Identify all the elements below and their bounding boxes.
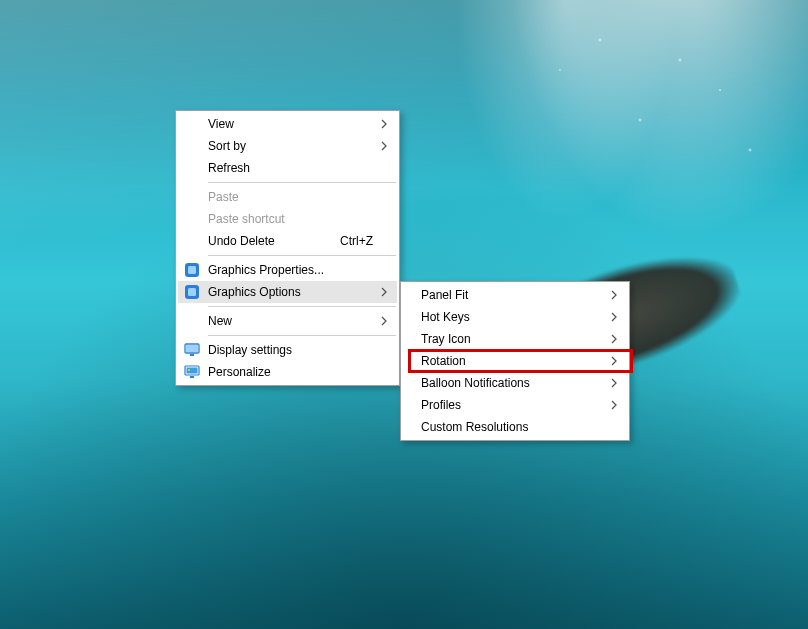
- submenu-item-tray-icon[interactable]: Tray Icon: [403, 328, 627, 350]
- menu-item-refresh[interactable]: Refresh: [178, 157, 397, 179]
- svg-point-10: [188, 369, 190, 371]
- menu-icon-placeholder: [184, 313, 204, 329]
- chevron-right-icon: [607, 400, 621, 410]
- menu-shortcut: Ctrl+Z: [330, 234, 377, 248]
- menu-icon-placeholder: [184, 189, 204, 205]
- submenu-item-custom-resolutions[interactable]: Custom Resolutions: [403, 416, 627, 438]
- svg-rect-5: [186, 345, 198, 352]
- menu-item-view[interactable]: View: [178, 113, 397, 135]
- menu-label: Rotation: [417, 354, 607, 368]
- intel-icon: [184, 262, 204, 278]
- menu-item-paste-shortcut: Paste shortcut: [178, 208, 397, 230]
- submenu-item-profiles[interactable]: Profiles: [403, 394, 627, 416]
- menu-label: Profiles: [417, 398, 607, 412]
- menu-label: Custom Resolutions: [417, 420, 607, 434]
- svg-rect-6: [190, 354, 194, 356]
- chevron-right-icon: [377, 119, 391, 129]
- menu-label: Hot Keys: [417, 310, 607, 324]
- menu-label: Panel Fit: [417, 288, 607, 302]
- menu-icon-placeholder: [184, 160, 204, 176]
- desktop-context-menu: View Sort by Refresh Paste Paste shortcu…: [175, 110, 400, 386]
- submenu-item-balloon-notifications[interactable]: Balloon Notifications: [403, 372, 627, 394]
- menu-label: Graphics Properties...: [204, 263, 377, 277]
- menu-icon-placeholder: [184, 138, 204, 154]
- menu-icon-placeholder: [409, 353, 417, 369]
- menu-icon-placeholder: [409, 287, 417, 303]
- chevron-right-icon: [607, 290, 621, 300]
- menu-item-undo-delete[interactable]: Undo Delete Ctrl+Z: [178, 230, 397, 252]
- intel-icon: [184, 284, 204, 300]
- chevron-right-icon: [377, 287, 391, 297]
- menu-label: Balloon Notifications: [417, 376, 607, 390]
- chevron-right-icon: [607, 312, 621, 322]
- chevron-right-icon: [607, 356, 621, 366]
- menu-icon-placeholder: [184, 116, 204, 132]
- submenu-item-panel-fit[interactable]: Panel Fit: [403, 284, 627, 306]
- menu-label: Undo Delete: [204, 234, 330, 248]
- menu-icon-placeholder: [409, 331, 417, 347]
- menu-item-sort-by[interactable]: Sort by: [178, 135, 397, 157]
- menu-label: Refresh: [204, 161, 377, 175]
- menu-separator: [208, 306, 396, 307]
- chevron-right-icon: [377, 141, 391, 151]
- chevron-right-icon: [607, 378, 621, 388]
- submenu-item-rotation[interactable]: Rotation: [403, 350, 627, 372]
- chevron-right-icon: [377, 316, 391, 326]
- menu-icon-placeholder: [409, 419, 417, 435]
- display-icon: [184, 342, 204, 358]
- menu-label: Paste: [204, 190, 377, 204]
- menu-separator: [208, 335, 396, 336]
- menu-icon-placeholder: [184, 211, 204, 227]
- svg-rect-3: [188, 288, 196, 296]
- menu-item-new[interactable]: New: [178, 310, 397, 332]
- menu-separator: [208, 182, 396, 183]
- menu-item-personalize[interactable]: Personalize: [178, 361, 397, 383]
- menu-item-display-settings[interactable]: Display settings: [178, 339, 397, 361]
- menu-label: Tray Icon: [417, 332, 607, 346]
- menu-item-graphics-options[interactable]: Graphics Options: [178, 281, 397, 303]
- personalize-icon: [184, 364, 204, 380]
- menu-icon-placeholder: [184, 233, 204, 249]
- menu-icon-placeholder: [409, 309, 417, 325]
- menu-icon-placeholder: [409, 375, 417, 391]
- menu-label: Graphics Options: [204, 285, 377, 299]
- menu-label: New: [204, 314, 377, 328]
- svg-rect-1: [188, 266, 196, 274]
- menu-separator: [208, 255, 396, 256]
- menu-label: Sort by: [204, 139, 377, 153]
- graphics-options-submenu: Panel Fit Hot Keys Tray Icon Rotation Ba…: [400, 281, 630, 441]
- menu-label: Personalize: [204, 365, 377, 379]
- menu-item-graphics-properties[interactable]: Graphics Properties...: [178, 259, 397, 281]
- chevron-right-icon: [607, 334, 621, 344]
- menu-label: Paste shortcut: [204, 212, 377, 226]
- menu-label: Display settings: [204, 343, 377, 357]
- menu-icon-placeholder: [409, 397, 417, 413]
- svg-rect-9: [190, 376, 194, 378]
- submenu-item-hot-keys[interactable]: Hot Keys: [403, 306, 627, 328]
- menu-item-paste: Paste: [178, 186, 397, 208]
- menu-label: View: [204, 117, 377, 131]
